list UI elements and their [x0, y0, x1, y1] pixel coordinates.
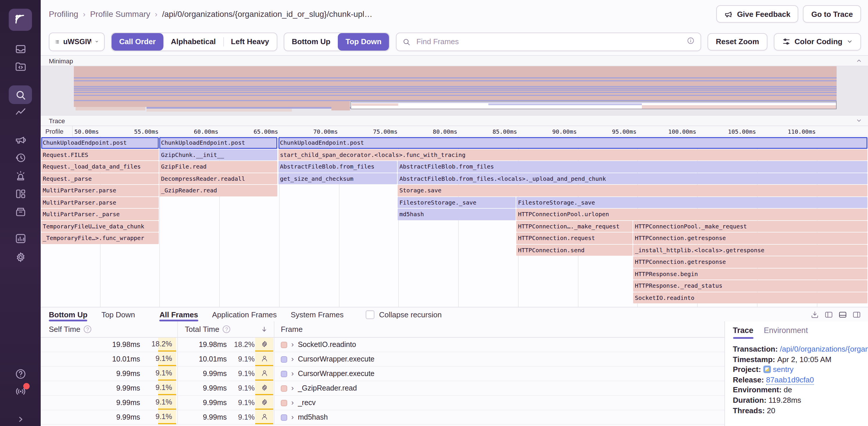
frame-cell[interactable]: ›CursorWrapper.execute [274, 367, 374, 381]
flame-frame[interactable]: AbstractFileBlob.from_files [278, 161, 397, 172]
expand-chevron-icon[interactable]: › [291, 355, 294, 363]
minimap-viewport[interactable] [350, 101, 836, 109]
frame-cell[interactable]: ›md5hash [274, 410, 328, 424]
flame-frame[interactable]: HTTPConnection.request [516, 232, 632, 244]
detail-value[interactable]: sentry [773, 365, 794, 374]
tab-system-frames[interactable]: System Frames [291, 307, 344, 321]
color-coding-dropdown[interactable]: Color Coding [774, 33, 861, 50]
sidebar-item-feedback[interactable] [0, 131, 41, 148]
download-icon[interactable] [810, 310, 819, 319]
sidebar-item-alerts[interactable] [0, 167, 41, 184]
flame-frame[interactable]: ChunkUploadEndpoint.post [41, 137, 158, 149]
question-icon[interactable]: ? [223, 325, 230, 333]
minimap-canvas[interactable] [41, 66, 868, 115]
flame-frame[interactable]: SocketIO.readinto [633, 292, 867, 303]
flame-frame[interactable]: _GzipReader.read [159, 185, 277, 196]
flame-frame[interactable]: ChunkUploadEndpoint.post [278, 137, 867, 149]
panel-bottom-icon[interactable] [838, 310, 847, 319]
panel-right-icon[interactable] [852, 310, 861, 319]
question-icon[interactable]: ? [84, 325, 91, 333]
flame-frame[interactable]: TemporaryFileU…ive_data_chunk [41, 221, 158, 232]
table-row[interactable]: 9.99ms9.1%9.99ms9.1%›_recv [41, 396, 724, 410]
collapse-recursion-toggle[interactable]: Collapse recursion [366, 310, 441, 319]
sort-option-alphabetical[interactable]: Alphabetical [163, 33, 223, 50]
table-row[interactable]: 9.99ms9.1%9.99ms9.1%›md5hash [41, 410, 724, 425]
expand-chevron-icon[interactable]: › [291, 384, 294, 392]
flame-frame[interactable]: HTTPConnectionPool.urlopen [516, 209, 867, 220]
panel-left-icon[interactable] [825, 310, 833, 319]
flame-frame[interactable]: HTTPResponse._read_status [633, 280, 867, 291]
frame-cell[interactable]: ›SocketIO.readinto [274, 338, 356, 352]
table-row[interactable]: 10.01ms9.1%10.01ms9.1%›CursorWrapper.exe… [41, 352, 724, 367]
flame-frame[interactable]: FilestoreStorage._save [398, 197, 516, 208]
minimap-header[interactable]: Minimap [41, 55, 868, 66]
flame-frame[interactable]: FilestoreStorage._save [516, 197, 867, 208]
direction-option-bottom-up[interactable]: Bottom Up [284, 33, 338, 50]
flame-frame[interactable]: MultiPartParser._parse [41, 209, 158, 220]
total-time-column-header[interactable]: Total Time? [185, 321, 230, 337]
flame-frame[interactable]: HTTPConnection.send [516, 244, 632, 256]
sidebar-item-dashboards[interactable] [0, 185, 41, 202]
info-icon[interactable] [687, 36, 695, 47]
sidebar-item-projects[interactable] [0, 58, 41, 75]
flame-frame[interactable]: Request._load_data_and_files [41, 161, 158, 172]
frame-cell[interactable]: ›CursorWrapper.execute [274, 352, 374, 366]
flame-frame[interactable]: HTTPResponse.begin [633, 268, 867, 280]
frame-column-header[interactable]: Frame [281, 321, 303, 337]
breadcrumb-profiling[interactable]: Profiling [49, 9, 78, 19]
sidebar-item-help[interactable] [0, 365, 41, 383]
frame-cell[interactable]: ›_recv [274, 396, 316, 410]
flame-frame[interactable]: GzipFile.read [159, 161, 277, 172]
flame-frame[interactable]: Storage.save [398, 185, 867, 196]
flame-frame[interactable]: md5hash [398, 209, 516, 220]
detail-value[interactable]: /api/0/organizations/{organ… [780, 345, 868, 353]
tab-bottom-up[interactable]: Bottom Up [49, 307, 88, 321]
frame-cell[interactable]: ›_GzipReader.read [274, 381, 357, 395]
expand-chevron-icon[interactable]: › [291, 340, 294, 349]
flame-frame[interactable]: GzipChunk.__init__ [159, 149, 277, 160]
sidebar-item-insights[interactable] [0, 103, 41, 121]
flame-frame[interactable]: start_child_span_decorator.<locals>.func… [278, 149, 867, 160]
flame-frame[interactable]: MultiPartParser.parse [41, 185, 158, 196]
breadcrumb-profile-summary[interactable]: Profile Summary [90, 9, 150, 19]
flame-frame[interactable]: _TemporaryFile…>.func_wrapper [41, 232, 158, 244]
chevron-up-icon[interactable] [856, 58, 862, 64]
details-tab-trace[interactable]: Trace [733, 326, 753, 339]
chevron-down-icon[interactable] [856, 118, 862, 124]
flame-frame[interactable]: HTTPConnection…._make_request [516, 221, 632, 232]
self-time-column-header[interactable]: Self Time? [49, 321, 91, 337]
flame-frame[interactable]: AbstractFileBlob.from_files.<locals>._up… [398, 173, 867, 184]
flame-frame[interactable]: ChunkUploadEndpoint.post [159, 137, 277, 149]
direction-option-top-down[interactable]: Top Down [338, 33, 389, 50]
sidebar-item-issues[interactable] [0, 40, 41, 58]
sidebar-item-replays[interactable] [0, 149, 41, 166]
sidebar-item-releases[interactable] [0, 203, 41, 220]
flame-frame[interactable]: DecompressReader.readall [159, 173, 277, 184]
sidebar-item-stats[interactable] [0, 230, 41, 247]
trace-header[interactable]: Trace [41, 115, 868, 126]
detail-value[interactable]: 87aab1d9cfa0 [766, 375, 814, 385]
sort-option-call-order[interactable]: Call Order [112, 33, 163, 50]
sidebar-item-whats-new[interactable] [0, 383, 41, 400]
table-row[interactable]: 9.99ms9.1%9.99ms9.1%›_GzipReader.read [41, 381, 724, 396]
search-input[interactable] [415, 37, 682, 46]
tab-application-frames[interactable]: Application Frames [212, 307, 277, 321]
thread-selector[interactable]: uWSGIWor… [49, 32, 105, 51]
flame-frame[interactable]: MultiPartParser.parse [41, 197, 158, 208]
tab-top-down[interactable]: Top Down [101, 307, 135, 321]
flame-frame[interactable]: Request.FILES [41, 149, 158, 160]
flame-frame[interactable]: HTTPConnection.getresponse [633, 232, 867, 244]
expand-chevron-icon[interactable]: › [291, 398, 294, 407]
sidebar-item-explore[interactable] [9, 86, 32, 104]
tab-all-frames[interactable]: All Frames [160, 307, 198, 321]
sentry-logo[interactable] [9, 9, 32, 31]
sidebar-item-settings[interactable] [0, 248, 41, 266]
flamegraph-canvas[interactable]: ChunkUploadEndpoint.postChunkUploadEndpo… [41, 137, 868, 307]
expand-chevron-icon[interactable]: › [291, 413, 294, 421]
flame-frame[interactable]: Request._parse [41, 173, 158, 184]
flame-frame[interactable]: get_size_and_checksum [278, 173, 397, 184]
reset-zoom-button[interactable]: Reset Zoom [708, 33, 768, 50]
collapse-recursion-checkbox[interactable] [366, 310, 374, 319]
go-to-trace-button[interactable]: Go to Trace [803, 5, 861, 23]
give-feedback-button[interactable]: Give Feedback [716, 5, 799, 23]
